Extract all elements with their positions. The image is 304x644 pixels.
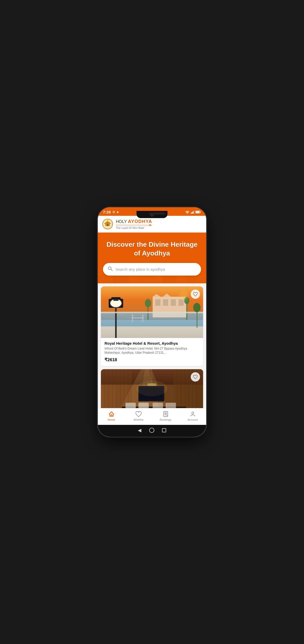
hotel-image-1 <box>101 286 203 338</box>
svg-point-94 <box>192 412 194 414</box>
back-button[interactable]: ◀ <box>138 427 141 433</box>
hotel-image-wrap <box>101 286 203 338</box>
hotel-name-1: Royal Heritage Hotel & Resort, Ayodhya <box>105 341 199 345</box>
settings-icon: ⚙ <box>112 210 115 214</box>
svg-rect-10 <box>107 224 108 226</box>
svg-rect-6 <box>196 211 199 213</box>
logo-title: HOLY AYODHYA <box>116 219 152 224</box>
recents-button[interactable] <box>162 428 166 432</box>
nav-account-label: Account <box>188 418 198 421</box>
svg-rect-13 <box>108 223 109 226</box>
hotel-image-wrap-2 <box>101 369 203 408</box>
home-nav-icon <box>108 411 115 417</box>
svg-rect-47 <box>131 317 144 318</box>
svg-point-14 <box>107 220 108 222</box>
wishlist-button-2[interactable] <box>191 372 200 382</box>
hotel-image-2 <box>101 369 203 408</box>
svg-rect-32 <box>171 299 176 306</box>
svg-rect-48 <box>101 312 203 313</box>
svg-rect-3 <box>194 210 194 214</box>
svg-rect-84 <box>138 403 149 408</box>
heart-outline-icon <box>193 292 198 296</box>
bottom-nav: Home Wishlist Bookings <box>98 408 206 425</box>
search-icon <box>108 266 113 273</box>
hotel-price-1: ₹2618 <box>105 357 199 362</box>
hotel-address-1: Infront Of Bedi's Dream Land Hotel, NH-2… <box>105 346 199 355</box>
hotel-card-2[interactable] <box>101 369 203 408</box>
svg-point-50 <box>181 292 187 298</box>
hero-section: Discover the Divine Heritage of Ayodhya … <box>98 233 206 283</box>
heart-outline-icon-2 <box>193 375 198 379</box>
svg-point-89 <box>136 381 167 396</box>
status-time: 7:28 <box>103 210 111 214</box>
svg-rect-31 <box>163 299 168 306</box>
status-dot <box>117 211 118 213</box>
svg-rect-30 <box>155 299 161 306</box>
nav-wishlist[interactable]: Wishlist <box>125 408 152 425</box>
svg-line-21 <box>111 269 112 271</box>
signal-icon <box>191 210 194 214</box>
logo-subtitle: The Land Of Shri Ram <box>116 226 152 229</box>
wifi-icon <box>185 210 190 214</box>
status-right <box>185 210 201 214</box>
svg-rect-2 <box>193 211 194 214</box>
svg-rect-83 <box>125 403 136 408</box>
svg-rect-93 <box>164 415 166 415</box>
home-button[interactable] <box>149 428 154 433</box>
hotels-list[interactable]: Royal Heritage Hotel & Resort, Ayodhya I… <box>98 283 206 408</box>
svg-rect-0 <box>191 213 191 214</box>
svg-rect-51 <box>197 310 197 328</box>
svg-rect-85 <box>153 403 163 408</box>
wishlist-button-1[interactable] <box>191 290 200 299</box>
svg-rect-91 <box>164 412 167 413</box>
svg-rect-5 <box>200 212 201 213</box>
nav-home-label: Home <box>108 418 115 421</box>
svg-rect-86 <box>166 403 176 408</box>
wishlist-nav-icon <box>135 411 142 417</box>
nav-bookings-label: Bookings <box>160 418 171 421</box>
gesture-bar: ◀ <box>98 425 206 437</box>
svg-rect-92 <box>164 414 167 414</box>
logo-ayodhya: AYODHYA <box>128 219 152 224</box>
svg-point-52 <box>193 303 201 312</box>
logo-emblem <box>102 218 113 230</box>
search-placeholder-text: Search any place in ayodhya <box>115 267 165 271</box>
logo-holy: HOLY <box>116 219 127 224</box>
search-bar[interactable]: Search any place in ayodhya <box>103 263 201 276</box>
nav-account[interactable]: Account <box>179 408 206 425</box>
nav-home[interactable]: Home <box>98 408 125 425</box>
svg-rect-44 <box>111 297 121 299</box>
battery-icon <box>195 210 201 214</box>
bookings-nav-icon <box>163 411 169 417</box>
logo-text-block: HOLY AYODHYA The Land Of Shri Ram <box>116 219 152 229</box>
logo-bar: HOLY AYODHYA The Land Of Shri Ram <box>98 216 206 233</box>
svg-marker-16 <box>149 224 152 226</box>
svg-rect-1 <box>192 212 193 214</box>
hero-title: Discover the Divine Heritage of Ayodhya <box>103 240 201 258</box>
hotel-card[interactable]: Royal Heritage Hotel & Resort, Ayodhya I… <box>101 286 203 366</box>
screen: 7:28 ⚙ <box>98 207 206 437</box>
phone-frame: 7:28 ⚙ <box>98 207 206 437</box>
hotel-card-body-1: Royal Heritage Hotel & Resort, Ayodhya I… <box>101 338 203 366</box>
speaker <box>149 212 165 214</box>
svg-point-35 <box>145 299 151 307</box>
nav-bookings[interactable]: Bookings <box>152 408 179 425</box>
svg-rect-36 <box>186 302 187 320</box>
logo-arrow-line <box>116 224 152 226</box>
nav-wishlist-label: Wishlist <box>134 418 143 421</box>
account-nav-icon <box>190 411 196 417</box>
status-left: 7:28 ⚙ <box>103 210 118 214</box>
svg-rect-12 <box>106 223 107 226</box>
